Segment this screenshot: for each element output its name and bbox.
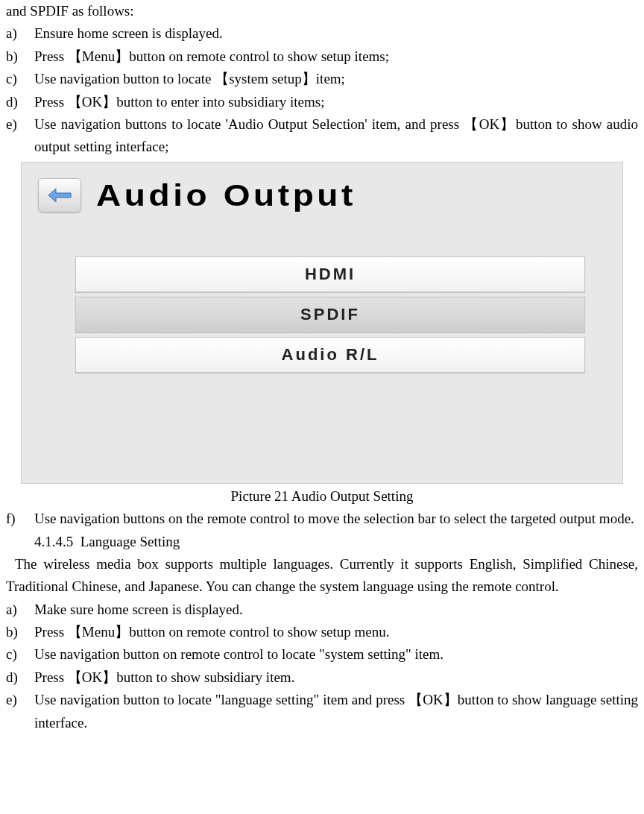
language-paragraph: The wireless media box supports multiple… [6,553,638,599]
document-page: and SPDIF as follows: a) Ensure home scr… [0,0,644,734]
step2-e: e) Use navigation button to locate "lang… [6,689,638,734]
step-text: Use navigation button to locate "languag… [34,689,638,734]
step-marker: d) [6,666,34,689]
step-marker: c) [6,643,34,666]
step-marker: e) [6,689,34,734]
step-text: Press 【OK】button to show subsidiary item… [34,666,638,689]
step-b: b) Press 【Menu】button on remote control … [6,45,638,68]
step-f: f) Use navigation buttons on the remote … [6,508,638,530]
step-text: Make sure home screen is displayed. [34,599,638,621]
step-c: c) Use navigation button to locate 【syst… [6,68,638,90]
step-text: Use navigation buttons on the remote con… [34,508,638,530]
step-marker: e) [6,113,34,159]
step-marker: f) [6,508,34,530]
intro-text: and SPDIF as follows: [6,0,638,22]
section-number: 4.1.4.5 [34,534,73,549]
option-spdif[interactable]: SPDIF [75,297,585,332]
step-marker: a) [6,599,34,621]
step-text: Use navigation button to locate 【system … [34,68,638,90]
step-marker: d) [6,91,34,113]
back-button[interactable] [38,178,81,212]
figure-header: Audio Output [38,171,322,219]
step-text: Press 【OK】button to enter into subsidiar… [34,91,638,113]
step2-d: d) Press 【OK】button to show subsidiary i… [6,666,638,689]
step-text: Ensure home screen is displayed. [34,22,638,45]
step-e: e) Use navigation buttons to locate 'Aud… [6,113,638,159]
step2-b: b) Press 【Menu】button on remote control … [6,621,638,643]
step-marker: c) [6,68,34,90]
figure-caption: Picture 21 Audio Output Setting [6,485,638,508]
figure-title: Audio Output [96,171,356,219]
section-title: Language Setting [80,534,180,549]
step-text: Use navigation button on remote control … [34,643,638,666]
step-marker: b) [6,621,34,643]
step-marker: a) [6,22,34,45]
option-hdmi[interactable]: HDMI [75,256,585,292]
audio-output-figure: Audio Output HDMI SPDIF Audio R/L [21,162,623,484]
step-text: Use navigation buttons to locate 'Audio … [34,113,638,159]
back-arrow-icon [47,187,72,204]
step-text: Press 【Menu】button on remote control to … [34,621,638,643]
step-text: Press 【Menu】button on remote control to … [34,45,638,68]
step2-c: c) Use navigation button on remote contr… [6,643,638,666]
step-a: a) Ensure home screen is displayed. [6,22,638,45]
section-heading: 4.1.4.5 Language Setting [34,531,638,553]
audio-output-options: HDMI SPDIF Audio R/L [75,256,585,377]
step2-a: a) Make sure home screen is displayed. [6,599,638,621]
option-audio-rl[interactable]: Audio R/L [75,337,585,373]
step-d: d) Press 【OK】button to enter into subsid… [6,91,638,113]
step-marker: b) [6,45,34,68]
